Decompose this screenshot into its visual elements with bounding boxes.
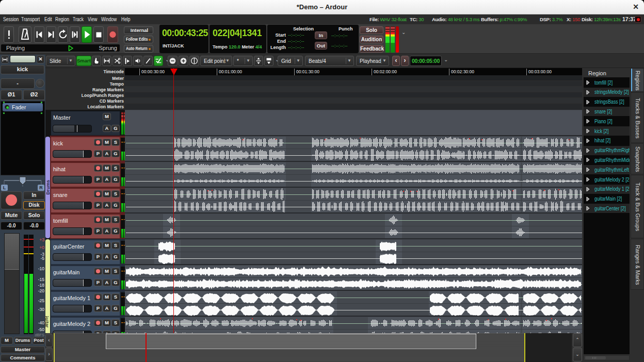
- svg-text:00:02:00:00: 00:02:00:00: [374, 69, 397, 74]
- svg-text:00:02:30:00: 00:02:30:00: [451, 69, 474, 74]
- svg-text:00:00:30:00: 00:00:30:00: [141, 69, 165, 74]
- svg-text:00:01:00:00: 00:01:00:00: [219, 69, 242, 74]
- svg-text:00:03:00:00: 00:03:00:00: [528, 69, 552, 74]
- svg-text:00:01:30:00: 00:01:30:00: [296, 69, 319, 74]
